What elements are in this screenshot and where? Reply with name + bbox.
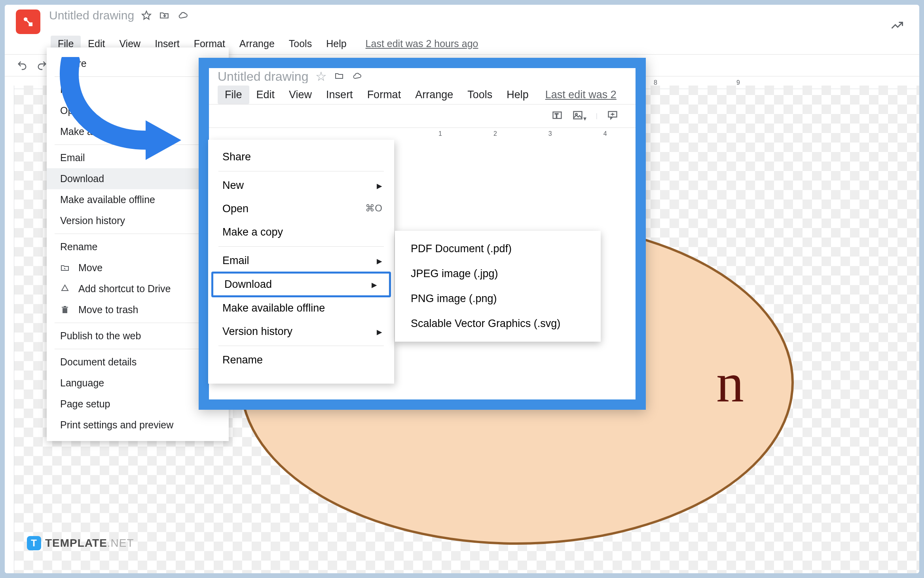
download-png[interactable]: PNG image (.png) [395,286,601,311]
download-jpg[interactable]: JPEG image (.jpg) [395,261,601,286]
overlay-menu-insert[interactable]: Insert [319,86,360,104]
file-menu-print-preview[interactable]: Print settings and preview [47,414,229,435]
last-edit-link[interactable]: Last edit was 2 hours ago [366,38,478,49]
star-icon[interactable]: ☆ [315,70,327,83]
download-pdf[interactable]: PDF Document (.pdf) [395,236,601,261]
overlay-file-version-history[interactable]: Version history▸ [208,320,394,343]
svg-rect-7 [573,112,582,119]
overlay-menu-arrange[interactable]: Arrange [408,86,460,104]
ruler-mark: 1 [438,130,442,137]
redo-icon[interactable] [36,60,47,71]
overlay-file-email[interactable]: Email▸ [208,249,394,272]
chevron-right-icon: ▸ [377,179,382,192]
watermark: T TEMPLATE.NET [27,536,134,550]
overlay-menu-format[interactable]: Format [360,86,408,104]
trash-icon [60,305,71,315]
menu-arrange[interactable]: Arrange [232,36,282,52]
comment-icon[interactable] [607,110,618,122]
overlay-menu-tools[interactable]: Tools [460,86,499,104]
watermark-badge-icon: T [27,536,41,550]
app-logo [16,10,40,34]
app-window: Untitled drawing File Edit View Insert F… [5,5,919,573]
chevron-right-icon: ▸ [377,255,382,267]
document-title[interactable]: Untitled drawing [49,9,134,22]
svg-text:T: T [555,112,558,119]
svg-marker-4 [146,120,181,160]
cloud-status-icon[interactable] [177,10,189,21]
cloud-status-icon[interactable] [351,70,362,83]
ruler-mark: 9 [736,79,740,86]
svg-line-2 [27,21,29,23]
textbox-icon[interactable]: T [552,110,563,122]
drive-shortcut-icon [60,284,71,294]
overlay-menu-file[interactable]: File [218,86,249,104]
move-folder-icon[interactable] [334,70,344,83]
vertical-ruler [5,86,14,573]
overlay-file-open[interactable]: Open⌘O [208,197,394,221]
ruler-mark: 3 [548,130,552,137]
ruler-mark: 4 [603,130,607,137]
move-folder-icon[interactable] [159,10,170,21]
ruler-mark: 8 [654,79,657,86]
watermark-brand: TEMPLATE [45,537,107,549]
overlay-file-rename[interactable]: Rename [208,348,394,372]
watermark-suffix: .NET [107,537,134,549]
star-icon[interactable] [141,10,152,21]
download-submenu: PDF Document (.pdf) JPEG image (.jpg) PN… [395,231,601,342]
header-title-block: Untitled drawing [49,9,189,22]
overlay-last-edit-link[interactable]: Last edit was 2 [545,89,617,101]
chevron-right-icon: ▸ [377,325,382,338]
overlay-file-menu: Share New▸ Open⌘O Make a copy Email▸ Dow… [208,140,394,384]
overlay-file-download[interactable]: Download▸ [211,272,391,297]
menu-help[interactable]: Help [319,36,353,52]
overlay-menu-edit[interactable]: Edit [249,86,282,104]
overlay-file-new[interactable]: New▸ [208,174,394,197]
callout-arrow-icon [51,57,181,168]
shortcut-label: ⌘O [365,203,382,214]
svg-marker-3 [142,11,151,19]
activity-icon[interactable] [890,18,904,34]
overlay-ruler: 1 2 3 4 [209,128,636,140]
overlay-menu-help[interactable]: Help [499,86,536,104]
menu-tools[interactable]: Tools [282,36,319,52]
overlay-menu-view[interactable]: View [282,86,319,104]
callout-overlay: Untitled drawing ☆ File Edit View Insert… [199,58,646,410]
move-icon [60,263,71,273]
undo-icon[interactable] [17,60,28,71]
chevron-right-icon: ▸ [372,278,377,291]
ruler-mark: 2 [493,130,497,137]
overlay-menubar: File Edit View Insert Format Arrange Too… [218,86,627,104]
overlay-toolbar: T ▾ | [209,104,636,128]
overlay-file-offline[interactable]: Make available offline [208,297,394,320]
app-header: Untitled drawing [5,5,919,34]
canvas-shape-text: n [716,351,744,414]
overlay-file-share[interactable]: Share [208,145,394,169]
image-icon[interactable]: ▾ [572,110,586,122]
overlay-document-title[interactable]: Untitled drawing [218,70,308,83]
download-svg[interactable]: Scalable Vector Graphics (.svg) [395,311,601,336]
overlay-file-make-copy[interactable]: Make a copy [208,221,394,244]
